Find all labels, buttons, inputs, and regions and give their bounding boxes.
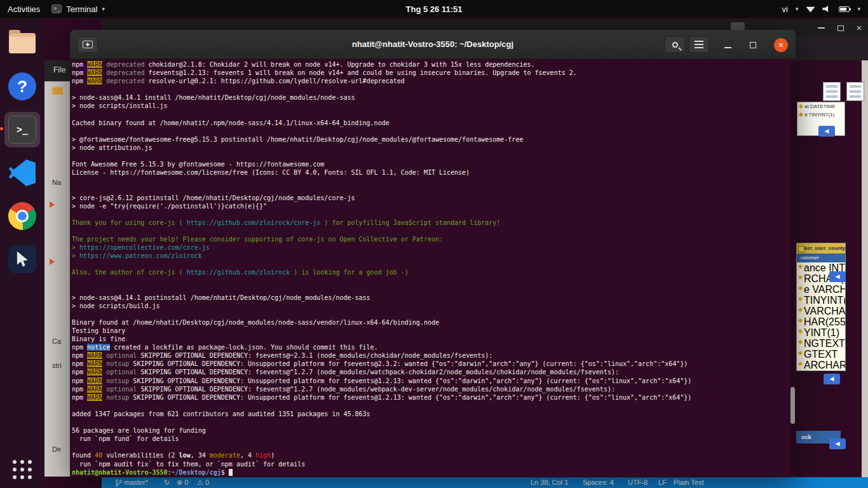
help-icon: ?: [8, 72, 36, 100]
git-branch-icon: [116, 479, 122, 487]
terminal-body[interactable]: npm WARN deprecated chokidar@2.1.8: Chok…: [70, 59, 796, 477]
indentation-status[interactable]: Spaces: 4: [583, 477, 614, 488]
terminal-line: > @fortawesome/fontawesome-free@5.15.3 p…: [72, 135, 789, 144]
warnings-icon: ⚠: [197, 477, 203, 488]
db-column-row: d TINYINT(1): [797, 111, 844, 119]
terminal-line: [72, 310, 789, 318]
db-column-row: ARCHAR(190): [797, 360, 845, 370]
sync-button[interactable]: ↻: [164, 477, 170, 488]
terminal-line: [72, 210, 789, 219]
dock-item-terminal[interactable]: >_: [4, 112, 40, 147]
terminal-line: npm WARN optional SKIPPING OPTIONAL DEPE…: [72, 368, 789, 376]
background-menu-file[interactable]: File: [44, 60, 70, 81]
search-button[interactable]: [665, 36, 685, 53]
system-tray[interactable]: vi ▾ ▾: [782, 4, 868, 14]
db-column-row: HAR(255): [797, 316, 845, 327]
show-applications-button[interactable]: [13, 460, 32, 479]
terminal-line: [72, 285, 789, 294]
db-column-row: YINT(1): [797, 327, 845, 338]
clock[interactable]: Thg 5 26 11:51: [0, 4, 868, 14]
terminal-title: nhatit@nhatit-Vostro-3550: ~/Desktop/cgj: [70, 30, 796, 59]
battery-icon: [839, 6, 850, 12]
terminal-icon: >_: [51, 4, 62, 13]
maximize-button[interactable]: [746, 38, 760, 52]
terminal-line: Testing binary: [72, 327, 789, 335]
volume-icon: [822, 5, 831, 13]
expand-arrow-icon[interactable]: [50, 201, 55, 208]
collapse-arrow-button[interactable]: ◀: [829, 438, 846, 449]
background-maximize-icon[interactable]: [837, 25, 844, 31]
db-column-row: GTEXT: [797, 349, 845, 360]
collapse-arrow-button[interactable]: ◀: [829, 271, 846, 282]
chrome-icon: [8, 202, 36, 230]
background-minimize-icon[interactable]: [818, 27, 825, 29]
background-text-fragment: Na: [52, 179, 61, 186]
scrollbar-handle[interactable]: [790, 387, 795, 424]
activities-button[interactable]: Activities: [8, 4, 40, 14]
eol-status[interactable]: LF: [658, 477, 667, 488]
dock: ? >_: [0, 18, 44, 488]
terminal-line: [72, 177, 789, 185]
terminal-line: The project needs your help! Please cons…: [72, 235, 789, 243]
running-indicator: [0, 127, 3, 130]
dock-item-help[interactable]: ?: [4, 69, 40, 104]
terminal-line: npm WARN optional SKIPPING OPTIONAL DEPE…: [72, 385, 789, 393]
db-table-title: ker_user_county: [797, 243, 845, 254]
terminal-line: [72, 152, 789, 160]
terminal-line: added 1347 packages from 621 contributor…: [72, 410, 789, 418]
warnings-status[interactable]: ⚠ 0: [197, 477, 209, 488]
maximize-icon: [750, 42, 756, 48]
line-col-status[interactable]: Ln 38, Col 1: [531, 477, 568, 488]
keyboard-layout[interactable]: vi: [782, 4, 788, 14]
dock-item-vscode[interactable]: [4, 155, 40, 191]
dock-item-design-app[interactable]: [4, 241, 40, 277]
terminal-line: > node-sass@4.14.1 postinstall /home/nha…: [72, 294, 789, 302]
terminal-line: 56 packages are looking for funding: [72, 426, 789, 435]
terminal-line: run `npm fund` for details: [72, 435, 789, 443]
terminal-line: [72, 185, 789, 193]
chevron-down-icon: ▾: [102, 6, 105, 12]
terminal-line: > core-js@2.6.12 postinstall /home/nhati…: [72, 194, 789, 202]
terminal-line: Binary is fine: [72, 335, 789, 343]
app-menu-terminal[interactable]: >_ Terminal ▾: [51, 4, 105, 14]
terminal-line: [72, 85, 789, 93]
dock-item-chrome[interactable]: [4, 198, 40, 234]
terminal-line: npm WARN deprecated fsevents@1.2.13: fse…: [72, 69, 789, 77]
terminal-line: npm WARN notsup SKIPPING OPTIONAL DEPEND…: [72, 360, 789, 368]
background-scrollbar[interactable]: [862, 60, 868, 477]
minimize-button[interactable]: [721, 38, 735, 52]
background-toolbar-fragment: [796, 37, 868, 60]
terminal-window: nhatit@nhatit-Vostro-3550: ~/Desktop/cgj…: [70, 30, 796, 477]
terminal-line: npm notice created a lockfile as package…: [72, 343, 789, 351]
terminal-titlebar[interactable]: nhatit@nhatit-Vostro-3550: ~/Desktop/cgj…: [70, 30, 796, 59]
new-tab-icon: [83, 41, 93, 48]
menu-button[interactable]: [689, 36, 709, 53]
terminal-line: > node-sass@4.14.1 install /home/nhatit/…: [72, 93, 789, 102]
expand-arrow-icon[interactable]: [50, 259, 55, 265]
new-tab-button[interactable]: [78, 36, 98, 53]
errors-status[interactable]: ⊗ 0: [177, 477, 188, 488]
diagram-panel-icon[interactable]: [823, 82, 841, 101]
terminal-line: Also, the author of core-js ( https://gi…: [72, 268, 789, 276]
wifi-icon: [806, 6, 815, 13]
terminal-scrollbar[interactable]: [790, 60, 795, 475]
background-close-icon[interactable]: ×: [857, 24, 862, 32]
encoding-status[interactable]: UTF-8: [628, 477, 648, 488]
collapse-arrow-button[interactable]: ◀: [818, 126, 835, 137]
db-column-row: e VARCHAR(255): [797, 284, 845, 295]
search-icon: [672, 42, 678, 48]
background-text-fragment: Ca: [52, 337, 61, 345]
git-branch-status[interactable]: master*: [116, 477, 148, 488]
terminal-line: Thank you for using core-js ( https://gi…: [72, 219, 789, 227]
close-button[interactable]: ×: [774, 38, 788, 52]
dock-item-files[interactable]: [4, 25, 40, 61]
terminal-line: [72, 227, 789, 235]
terminal-line: > https://opencollective.com/core-js: [72, 243, 789, 252]
terminal-line: [72, 443, 789, 451]
collapse-arrow-button[interactable]: ◀: [824, 374, 840, 384]
language-mode-status[interactable]: Plain Text: [674, 477, 704, 488]
diagram-panel-icon[interactable]: [846, 82, 864, 101]
terminal-line: [72, 402, 789, 410]
background-text-fragment: stri: [52, 362, 62, 369]
db-column-row: TINYINT(1): [797, 295, 845, 306]
